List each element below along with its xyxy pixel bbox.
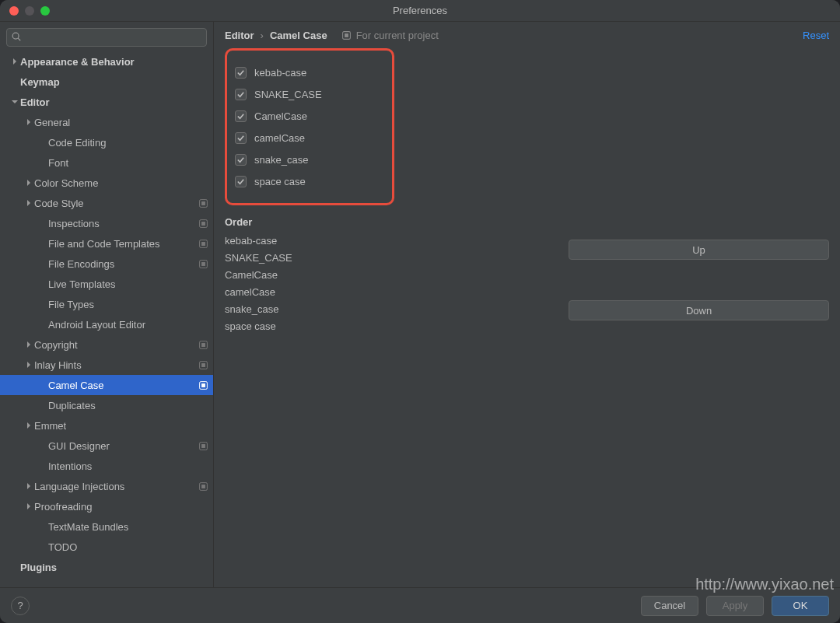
order-up-button[interactable]: Up: [569, 240, 829, 260]
sidebar-item[interactable]: TextMate Bundles: [0, 516, 213, 537]
order-list-item[interactable]: camelCase: [225, 284, 551, 301]
sidebar-item[interactable]: Emmet: [0, 415, 213, 436]
order-buttons: Up Down: [569, 240, 829, 320]
checkbox-label: space case: [254, 176, 306, 187]
sidebar-item-label: General: [34, 117, 208, 128]
sidebar-item[interactable]: File and Code Templates: [0, 233, 213, 254]
checkbox-label: camelCase: [254, 132, 305, 144]
sidebar-item-label: Duplicates: [48, 400, 208, 411]
ok-button[interactable]: OK: [772, 596, 829, 616]
case-checkbox[interactable]: kebab-case: [235, 61, 322, 83]
sidebar-item[interactable]: Language Injections: [0, 476, 213, 496]
sidebar-item[interactable]: TODO: [0, 537, 213, 557]
sidebar-item[interactable]: Inspections: [0, 213, 213, 233]
project-scope-icon: [198, 219, 208, 229]
sidebar-item[interactable]: Live Templates: [0, 274, 213, 294]
sidebar-item-label: Proofreading: [34, 501, 208, 513]
sidebar-item[interactable]: Inlay Hints: [0, 355, 213, 375]
sidebar-item[interactable]: Keymap: [0, 72, 213, 92]
help-button[interactable]: ?: [11, 597, 30, 615]
content: kebab-caseSNAKE_CASECamelCasecamelCasesn…: [214, 48, 840, 587]
sidebar-item-label: GUI Designer: [48, 440, 195, 452]
sidebar-item-label: Inspections: [48, 218, 195, 229]
settings-tree[interactable]: Appearance & BehaviorKeymapEditorGeneral…: [0, 51, 213, 587]
project-scope-icon: [198, 360, 208, 370]
sidebar-item[interactable]: General: [0, 112, 213, 132]
case-checkbox[interactable]: snake_case: [235, 149, 322, 170]
checkbox-label: kebab-case: [254, 67, 306, 79]
case-checkbox[interactable]: SNAKE_CASE: [235, 83, 322, 105]
tree-arrow-icon: [9, 99, 20, 105]
checkbox-icon: [235, 154, 247, 166]
svg-rect-5: [201, 222, 205, 226]
breadcrumb-leaf: Camel Case: [270, 30, 327, 41]
case-checkbox[interactable]: CamelCase: [235, 105, 322, 127]
sidebar-item[interactable]: Duplicates: [0, 395, 213, 415]
sidebar-item-label: Inlay Hints: [34, 359, 195, 371]
sidebar-item-label: Intentions: [48, 460, 208, 472]
tree-arrow-icon: [23, 362, 34, 368]
sidebar-item[interactable]: GUI Designer: [0, 436, 213, 456]
sidebar-item-label: TextMate Bundles: [48, 521, 208, 533]
sidebar-item[interactable]: Intentions: [0, 456, 213, 476]
sidebar-item-label: Keymap: [20, 76, 208, 88]
tree-arrow-icon: [23, 341, 34, 348]
svg-rect-11: [201, 343, 205, 347]
sidebar-item[interactable]: Code Editing: [0, 132, 213, 152]
svg-rect-15: [201, 383, 205, 387]
apply-button[interactable]: Apply: [706, 596, 764, 616]
sidebar-item[interactable]: Code Style: [0, 193, 213, 213]
preferences-window: Preferences Appearance & BehaviorKeymapE…: [0, 0, 840, 623]
svg-rect-3: [201, 201, 205, 205]
sidebar-item[interactable]: Appearance & Behavior: [0, 51, 213, 72]
minimize-window-button[interactable]: [25, 6, 34, 16]
sidebar-item[interactable]: Color Scheme: [0, 173, 213, 193]
sidebar-item[interactable]: Android Layout Editor: [0, 314, 213, 334]
tree-arrow-icon: [23, 503, 34, 509]
sidebar-item-label: Live Templates: [48, 278, 208, 290]
window-title: Preferences: [0, 5, 840, 16]
order-list-item[interactable]: CamelCase: [225, 267, 551, 284]
sidebar: Appearance & BehaviorKeymapEditorGeneral…: [0, 22, 214, 587]
sidebar-item[interactable]: Editor: [0, 92, 213, 112]
sidebar-item-label: Language Injections: [34, 481, 195, 492]
sidebar-item[interactable]: Camel Case: [0, 375, 213, 395]
order-list-item[interactable]: kebab-case: [225, 233, 551, 250]
case-checkbox[interactable]: space case: [235, 170, 322, 192]
sidebar-item[interactable]: Font: [0, 152, 213, 173]
sidebar-item-label: Emmet: [34, 420, 208, 432]
svg-rect-19: [201, 485, 205, 488]
sidebar-item-label: Appearance & Behavior: [20, 56, 208, 68]
sidebar-item[interactable]: File Encodings: [0, 254, 213, 274]
svg-rect-21: [345, 33, 348, 37]
svg-rect-13: [201, 363, 205, 367]
checkbox-icon: [235, 176, 247, 187]
order-list-item[interactable]: snake_case: [225, 301, 551, 318]
for-current-project: For current project: [341, 30, 439, 41]
project-scope-icon: [198, 340, 208, 350]
tree-arrow-icon: [23, 483, 34, 489]
sidebar-item-label: Font: [48, 157, 208, 169]
order-list-item[interactable]: space case: [225, 318, 551, 335]
order-list[interactable]: kebab-caseSNAKE_CASECamelCasecamelCasesn…: [225, 233, 551, 335]
close-window-button[interactable]: [9, 6, 19, 16]
checkbox-label: snake_case: [254, 154, 308, 166]
sidebar-item-label: Camel Case: [48, 380, 195, 391]
search-input[interactable]: [6, 28, 207, 47]
svg-rect-7: [201, 242, 205, 246]
project-scope-icon: [198, 198, 208, 208]
sidebar-item[interactable]: Proofreading: [0, 496, 213, 516]
order-list-item[interactable]: SNAKE_CASE: [225, 250, 551, 267]
checkbox-icon: [235, 67, 247, 79]
case-checkbox[interactable]: camelCase: [235, 127, 322, 149]
order-down-button[interactable]: Down: [569, 300, 829, 320]
zoom-window-button[interactable]: [40, 6, 50, 16]
titlebar: Preferences: [0, 0, 840, 22]
sidebar-item[interactable]: Copyright: [0, 334, 213, 355]
sidebar-item[interactable]: File Types: [0, 294, 213, 314]
order-list-panel: Order kebab-caseSNAKE_CASECamelCasecamel…: [225, 216, 551, 335]
window-controls: [0, 6, 50, 16]
cancel-button[interactable]: Cancel: [641, 596, 698, 616]
reset-link[interactable]: Reset: [803, 30, 829, 41]
sidebar-item[interactable]: Plugins: [0, 557, 213, 577]
